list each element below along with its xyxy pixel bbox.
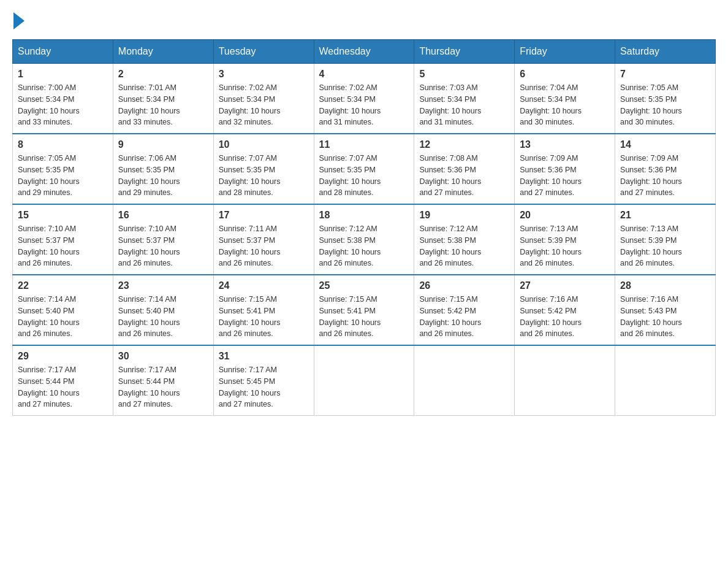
day-number: 11 — [319, 139, 409, 150]
calendar-day-cell: 18Sunrise: 7:12 AMSunset: 5:38 PMDayligh… — [314, 204, 414, 275]
day-info: Sunrise: 7:07 AMSunset: 5:35 PMDaylight:… — [219, 153, 309, 199]
day-info: Sunrise: 7:01 AMSunset: 5:34 PMDaylight:… — [118, 82, 208, 128]
day-info: Sunrise: 7:15 AMSunset: 5:42 PMDaylight:… — [419, 294, 509, 340]
logo — [12, 12, 25, 27]
day-number: 15 — [18, 210, 108, 221]
calendar-day-cell: 26Sunrise: 7:15 AMSunset: 5:42 PMDayligh… — [414, 275, 515, 345]
day-info: Sunrise: 7:14 AMSunset: 5:40 PMDaylight:… — [18, 294, 108, 340]
day-number: 16 — [118, 210, 208, 221]
calendar-day-cell: 30Sunrise: 7:17 AMSunset: 5:44 PMDayligh… — [113, 345, 213, 416]
column-header-saturday: Saturday — [615, 40, 716, 64]
day-info: Sunrise: 7:05 AMSunset: 5:35 PMDaylight:… — [620, 82, 710, 128]
day-info: Sunrise: 7:06 AMSunset: 5:35 PMDaylight:… — [118, 153, 208, 199]
day-info: Sunrise: 7:10 AMSunset: 5:37 PMDaylight:… — [18, 223, 108, 269]
calendar-day-cell — [615, 345, 716, 416]
day-number: 22 — [18, 280, 108, 291]
calendar-week-row: 1Sunrise: 7:00 AMSunset: 5:34 PMDaylight… — [13, 64, 716, 134]
calendar-day-cell — [515, 345, 615, 416]
calendar-day-cell: 1Sunrise: 7:00 AMSunset: 5:34 PMDaylight… — [13, 64, 113, 134]
calendar-day-cell: 14Sunrise: 7:09 AMSunset: 5:36 PMDayligh… — [615, 134, 716, 204]
calendar-day-cell: 31Sunrise: 7:17 AMSunset: 5:45 PMDayligh… — [213, 345, 314, 416]
day-info: Sunrise: 7:16 AMSunset: 5:43 PMDaylight:… — [620, 294, 710, 340]
day-info: Sunrise: 7:13 AMSunset: 5:39 PMDaylight:… — [620, 223, 710, 269]
calendar-day-cell: 13Sunrise: 7:09 AMSunset: 5:36 PMDayligh… — [515, 134, 615, 204]
calendar-day-cell: 29Sunrise: 7:17 AMSunset: 5:44 PMDayligh… — [13, 345, 113, 416]
day-info: Sunrise: 7:02 AMSunset: 5:34 PMDaylight:… — [219, 82, 309, 128]
day-info: Sunrise: 7:13 AMSunset: 5:39 PMDaylight:… — [520, 223, 610, 269]
calendar-day-cell: 19Sunrise: 7:12 AMSunset: 5:38 PMDayligh… — [414, 204, 515, 275]
calendar-day-cell: 23Sunrise: 7:14 AMSunset: 5:40 PMDayligh… — [113, 275, 213, 345]
day-info: Sunrise: 7:17 AMSunset: 5:44 PMDaylight:… — [18, 364, 108, 410]
column-header-tuesday: Tuesday — [213, 40, 314, 64]
calendar-day-cell: 16Sunrise: 7:10 AMSunset: 5:37 PMDayligh… — [113, 204, 213, 275]
day-info: Sunrise: 7:15 AMSunset: 5:41 PMDaylight:… — [319, 294, 409, 340]
day-info: Sunrise: 7:03 AMSunset: 5:34 PMDaylight:… — [419, 82, 509, 128]
day-number: 19 — [419, 210, 509, 221]
calendar-day-cell — [414, 345, 515, 416]
calendar-week-row: 15Sunrise: 7:10 AMSunset: 5:37 PMDayligh… — [13, 204, 716, 275]
calendar-day-cell: 24Sunrise: 7:15 AMSunset: 5:41 PMDayligh… — [213, 275, 314, 345]
calendar-week-row: 22Sunrise: 7:14 AMSunset: 5:40 PMDayligh… — [13, 275, 716, 345]
day-info: Sunrise: 7:09 AMSunset: 5:36 PMDaylight:… — [520, 153, 610, 199]
column-header-sunday: Sunday — [13, 40, 113, 64]
calendar-day-cell: 27Sunrise: 7:16 AMSunset: 5:42 PMDayligh… — [515, 275, 615, 345]
calendar-day-cell: 15Sunrise: 7:10 AMSunset: 5:37 PMDayligh… — [13, 204, 113, 275]
day-info: Sunrise: 7:17 AMSunset: 5:45 PMDaylight:… — [219, 364, 309, 410]
day-info: Sunrise: 7:11 AMSunset: 5:37 PMDaylight:… — [219, 223, 309, 269]
calendar-day-cell: 5Sunrise: 7:03 AMSunset: 5:34 PMDaylight… — [414, 64, 515, 134]
day-number: 8 — [18, 139, 108, 150]
day-number: 27 — [520, 280, 610, 291]
calendar-week-row: 29Sunrise: 7:17 AMSunset: 5:44 PMDayligh… — [13, 345, 716, 416]
calendar-header-row: SundayMondayTuesdayWednesdayThursdayFrid… — [13, 40, 716, 64]
calendar-day-cell: 22Sunrise: 7:14 AMSunset: 5:40 PMDayligh… — [13, 275, 113, 345]
day-number: 28 — [620, 280, 710, 291]
calendar-day-cell: 8Sunrise: 7:05 AMSunset: 5:35 PMDaylight… — [13, 134, 113, 204]
day-info: Sunrise: 7:16 AMSunset: 5:42 PMDaylight:… — [520, 294, 610, 340]
day-number: 1 — [18, 69, 108, 80]
calendar-day-cell: 6Sunrise: 7:04 AMSunset: 5:34 PMDaylight… — [515, 64, 615, 134]
day-number: 18 — [319, 210, 409, 221]
day-number: 30 — [118, 351, 208, 362]
day-info: Sunrise: 7:08 AMSunset: 5:36 PMDaylight:… — [419, 153, 509, 199]
calendar-day-cell: 7Sunrise: 7:05 AMSunset: 5:35 PMDaylight… — [615, 64, 716, 134]
day-number: 13 — [520, 139, 610, 150]
column-header-thursday: Thursday — [414, 40, 515, 64]
column-header-wednesday: Wednesday — [314, 40, 414, 64]
day-number: 23 — [118, 280, 208, 291]
day-number: 2 — [118, 69, 208, 80]
day-info: Sunrise: 7:07 AMSunset: 5:35 PMDaylight:… — [319, 153, 409, 199]
day-number: 6 — [520, 69, 610, 80]
day-info: Sunrise: 7:05 AMSunset: 5:35 PMDaylight:… — [18, 153, 108, 199]
day-info: Sunrise: 7:00 AMSunset: 5:34 PMDaylight:… — [18, 82, 108, 128]
day-number: 21 — [620, 210, 710, 221]
day-number: 12 — [419, 139, 509, 150]
day-number: 31 — [219, 351, 309, 362]
calendar-day-cell: 3Sunrise: 7:02 AMSunset: 5:34 PMDaylight… — [213, 64, 314, 134]
day-info: Sunrise: 7:12 AMSunset: 5:38 PMDaylight:… — [419, 223, 509, 269]
day-number: 26 — [419, 280, 509, 291]
day-info: Sunrise: 7:04 AMSunset: 5:34 PMDaylight:… — [520, 82, 610, 128]
day-number: 4 — [319, 69, 409, 80]
day-number: 10 — [219, 139, 309, 150]
day-info: Sunrise: 7:15 AMSunset: 5:41 PMDaylight:… — [219, 294, 309, 340]
day-number: 3 — [219, 69, 309, 80]
day-info: Sunrise: 7:10 AMSunset: 5:37 PMDaylight:… — [118, 223, 208, 269]
day-number: 20 — [520, 210, 610, 221]
logo-triangle-icon — [13, 12, 25, 29]
day-number: 17 — [219, 210, 309, 221]
calendar-day-cell: 20Sunrise: 7:13 AMSunset: 5:39 PMDayligh… — [515, 204, 615, 275]
day-number: 25 — [319, 280, 409, 291]
calendar-week-row: 8Sunrise: 7:05 AMSunset: 5:35 PMDaylight… — [13, 134, 716, 204]
calendar-day-cell: 12Sunrise: 7:08 AMSunset: 5:36 PMDayligh… — [414, 134, 515, 204]
day-info: Sunrise: 7:12 AMSunset: 5:38 PMDaylight:… — [319, 223, 409, 269]
calendar-day-cell — [314, 345, 414, 416]
calendar-day-cell: 17Sunrise: 7:11 AMSunset: 5:37 PMDayligh… — [213, 204, 314, 275]
page-header — [12, 12, 716, 27]
day-info: Sunrise: 7:14 AMSunset: 5:40 PMDaylight:… — [118, 294, 208, 340]
day-number: 24 — [219, 280, 309, 291]
day-number: 9 — [118, 139, 208, 150]
calendar-day-cell: 28Sunrise: 7:16 AMSunset: 5:43 PMDayligh… — [615, 275, 716, 345]
calendar-day-cell: 10Sunrise: 7:07 AMSunset: 5:35 PMDayligh… — [213, 134, 314, 204]
day-number: 14 — [620, 139, 710, 150]
calendar-day-cell: 11Sunrise: 7:07 AMSunset: 5:35 PMDayligh… — [314, 134, 414, 204]
